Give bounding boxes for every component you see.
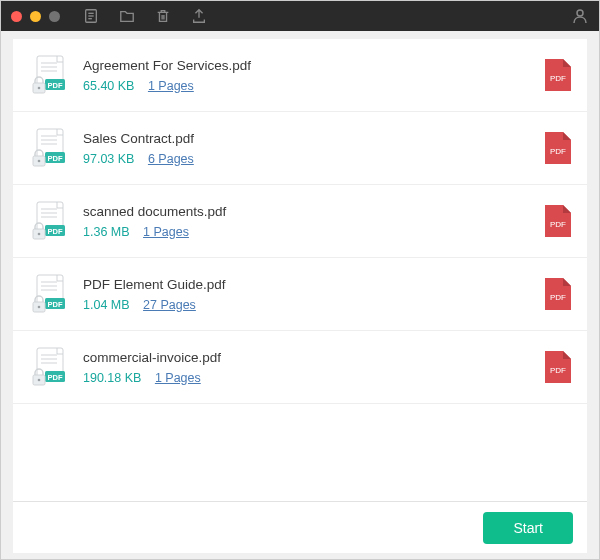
locked-pdf-icon: PDF [27,53,71,97]
file-info: commercial-invoice.pdf 190.18 KB 1 Pages [83,350,533,385]
file-name: Sales Contract.pdf [83,131,533,146]
svg-point-39 [38,306,41,309]
svg-point-48 [38,379,41,382]
locked-pdf-icon: PDF [27,199,71,243]
svg-point-12 [38,87,41,90]
pdf-format-icon: PDF [543,276,573,312]
svg-text:PDF: PDF [48,373,63,382]
toolbar [82,7,208,25]
svg-text:PDF: PDF [550,293,566,302]
list-item[interactable]: PDF commercial-invoice.pdf 190.18 KB 1 P… [13,331,587,404]
svg-point-4 [577,10,583,16]
folder-icon[interactable] [118,7,136,25]
svg-point-30 [38,233,41,236]
svg-point-21 [38,160,41,163]
document-icon[interactable] [82,7,100,25]
list-item[interactable]: PDF PDF Element Guide.pdf 1.04 MB 27 Pag… [13,258,587,331]
close-icon[interactable] [11,11,22,22]
file-name: commercial-invoice.pdf [83,350,533,365]
file-size: 1.04 MB [83,298,130,312]
svg-text:PDF: PDF [550,74,566,83]
file-list: PDF Agreement For Services.pdf 65.40 KB … [13,39,587,501]
titlebar [1,1,599,31]
file-name: scanned documents.pdf [83,204,533,219]
list-item[interactable]: PDF Sales Contract.pdf 97.03 KB 6 Pages … [13,112,587,185]
file-size: 1.36 MB [83,225,130,239]
file-size: 97.03 KB [83,152,134,166]
locked-pdf-icon: PDF [27,272,71,316]
file-info: Sales Contract.pdf 97.03 KB 6 Pages [83,131,533,166]
svg-text:PDF: PDF [550,220,566,229]
upload-icon[interactable] [190,7,208,25]
svg-text:PDF: PDF [48,81,63,90]
svg-text:PDF: PDF [48,227,63,236]
trash-icon[interactable] [154,7,172,25]
file-info: Agreement For Services.pdf 65.40 KB 1 Pa… [83,58,533,93]
pdf-format-icon: PDF [543,130,573,166]
user-icon[interactable] [571,7,589,25]
svg-text:PDF: PDF [48,154,63,163]
file-name: PDF Element Guide.pdf [83,277,533,292]
file-pages-link[interactable]: 1 Pages [148,79,194,93]
list-item[interactable]: PDF Agreement For Services.pdf 65.40 KB … [13,39,587,112]
file-pages-link[interactable]: 6 Pages [148,152,194,166]
file-name: Agreement For Services.pdf [83,58,533,73]
svg-text:PDF: PDF [48,300,63,309]
pdf-format-icon: PDF [543,57,573,93]
file-pages-link[interactable]: 1 Pages [143,225,189,239]
zoom-icon[interactable] [49,11,60,22]
list-item[interactable]: PDF scanned documents.pdf 1.36 MB 1 Page… [13,185,587,258]
footer: Start [13,501,587,553]
file-size: 190.18 KB [83,371,141,385]
window-controls [11,11,60,22]
svg-text:PDF: PDF [550,366,566,375]
locked-pdf-icon: PDF [27,126,71,170]
minimize-icon[interactable] [30,11,41,22]
file-pages-link[interactable]: 1 Pages [155,371,201,385]
locked-pdf-icon: PDF [27,345,71,389]
pdf-format-icon: PDF [543,349,573,385]
svg-text:PDF: PDF [550,147,566,156]
pdf-format-icon: PDF [543,203,573,239]
file-info: PDF Element Guide.pdf 1.04 MB 27 Pages [83,277,533,312]
file-size: 65.40 KB [83,79,134,93]
file-pages-link[interactable]: 27 Pages [143,298,196,312]
file-info: scanned documents.pdf 1.36 MB 1 Pages [83,204,533,239]
start-button[interactable]: Start [483,512,573,544]
